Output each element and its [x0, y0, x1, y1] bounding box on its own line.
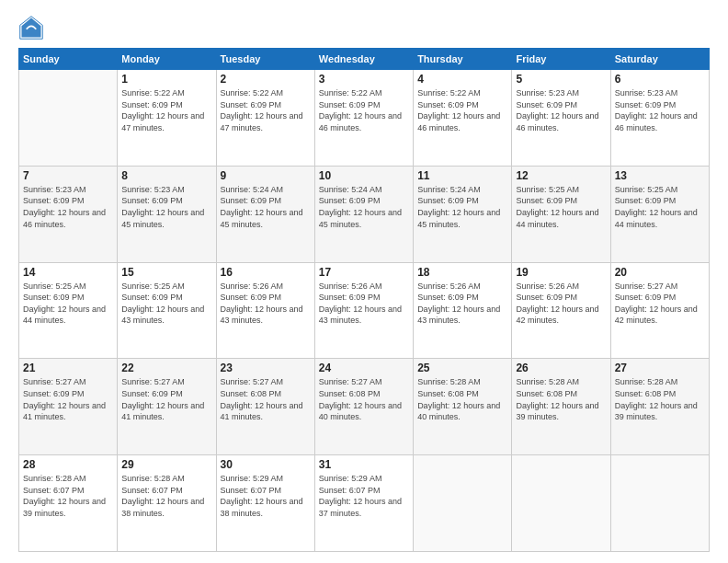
- calendar-day-cell: 10Sunrise: 5:24 AMSunset: 6:09 PMDayligh…: [314, 166, 413, 262]
- weekday-header-friday: Friday: [512, 49, 610, 70]
- day-info: Sunrise: 5:22 AMSunset: 6:09 PMDaylight:…: [417, 87, 507, 133]
- day-info: Sunrise: 5:29 AMSunset: 6:07 PMDaylight:…: [221, 473, 311, 519]
- day-number: 9: [221, 169, 311, 182]
- calendar-day-cell: 6Sunrise: 5:23 AMSunset: 6:09 PMDaylight…: [610, 70, 709, 167]
- logo: [18, 15, 48, 40]
- day-info: Sunrise: 5:24 AMSunset: 6:09 PMDaylight:…: [319, 184, 409, 230]
- calendar-day-cell: 22Sunrise: 5:27 AMSunset: 6:09 PMDayligh…: [118, 359, 216, 455]
- calendar-day-cell: [19, 70, 118, 167]
- calendar-week-row: 28Sunrise: 5:28 AMSunset: 6:07 PMDayligh…: [19, 455, 710, 552]
- calendar-day-cell: 29Sunrise: 5:28 AMSunset: 6:07 PMDayligh…: [118, 455, 216, 552]
- calendar-day-cell: 3Sunrise: 5:22 AMSunset: 6:09 PMDaylight…: [314, 70, 413, 167]
- day-info: Sunrise: 5:27 AMSunset: 6:09 PMDaylight:…: [615, 281, 705, 327]
- day-info: Sunrise: 5:28 AMSunset: 6:08 PMDaylight:…: [516, 376, 606, 422]
- day-number: 30: [221, 458, 311, 471]
- calendar-day-cell: 20Sunrise: 5:27 AMSunset: 6:09 PMDayligh…: [610, 262, 709, 359]
- day-number: 24: [319, 362, 409, 374]
- calendar-day-cell: 16Sunrise: 5:26 AMSunset: 6:09 PMDayligh…: [216, 262, 314, 359]
- day-info: Sunrise: 5:26 AMSunset: 6:09 PMDaylight:…: [319, 281, 409, 327]
- day-number: 15: [121, 266, 211, 279]
- calendar-day-cell: 11Sunrise: 5:24 AMSunset: 6:09 PMDayligh…: [414, 166, 512, 262]
- weekday-header-tuesday: Tuesday: [216, 49, 314, 70]
- day-info: Sunrise: 5:29 AMSunset: 6:07 PMDaylight:…: [319, 473, 409, 519]
- svg-marker-0: [22, 18, 41, 38]
- day-number: 10: [319, 169, 409, 182]
- day-number: 6: [615, 73, 705, 86]
- day-number: 19: [516, 266, 606, 279]
- calendar-day-cell: 23Sunrise: 5:27 AMSunset: 6:08 PMDayligh…: [216, 359, 314, 455]
- day-info: Sunrise: 5:25 AMSunset: 6:09 PMDaylight:…: [615, 184, 705, 230]
- calendar-day-cell: 7Sunrise: 5:23 AMSunset: 6:09 PMDaylight…: [19, 166, 118, 262]
- day-number: 1: [121, 73, 211, 86]
- calendar-day-cell: 2Sunrise: 5:22 AMSunset: 6:09 PMDaylight…: [216, 70, 314, 167]
- calendar-day-cell: 12Sunrise: 5:25 AMSunset: 6:09 PMDayligh…: [512, 166, 610, 262]
- calendar-day-cell: 25Sunrise: 5:28 AMSunset: 6:08 PMDayligh…: [414, 359, 512, 455]
- day-info: Sunrise: 5:27 AMSunset: 6:09 PMDaylight:…: [121, 376, 211, 422]
- calendar-day-cell: 14Sunrise: 5:25 AMSunset: 6:09 PMDayligh…: [19, 262, 118, 359]
- day-number: 27: [615, 362, 705, 374]
- calendar-day-cell: [512, 455, 610, 552]
- page: SundayMondayTuesdayWednesdayThursdayFrid…: [0, 0, 728, 563]
- day-info: Sunrise: 5:25 AMSunset: 6:09 PMDaylight:…: [516, 184, 606, 230]
- day-number: 22: [121, 362, 211, 374]
- weekday-header-thursday: Thursday: [414, 49, 512, 70]
- day-number: 23: [221, 362, 311, 374]
- weekday-header-sunday: Sunday: [19, 49, 118, 70]
- calendar-day-cell: 19Sunrise: 5:26 AMSunset: 6:09 PMDayligh…: [512, 262, 610, 359]
- day-info: Sunrise: 5:27 AMSunset: 6:08 PMDaylight:…: [319, 376, 409, 422]
- day-number: 29: [121, 458, 211, 471]
- calendar-day-cell: [610, 455, 709, 552]
- day-info: Sunrise: 5:27 AMSunset: 6:09 PMDaylight:…: [23, 376, 113, 422]
- calendar-day-cell: 30Sunrise: 5:29 AMSunset: 6:07 PMDayligh…: [216, 455, 314, 552]
- day-info: Sunrise: 5:22 AMSunset: 6:09 PMDaylight:…: [319, 87, 409, 133]
- day-number: 4: [417, 73, 507, 86]
- day-info: Sunrise: 5:25 AMSunset: 6:09 PMDaylight:…: [23, 281, 113, 327]
- day-info: Sunrise: 5:28 AMSunset: 6:07 PMDaylight:…: [23, 473, 113, 519]
- calendar-day-cell: 27Sunrise: 5:28 AMSunset: 6:08 PMDayligh…: [610, 359, 709, 455]
- calendar-day-cell: 31Sunrise: 5:29 AMSunset: 6:07 PMDayligh…: [314, 455, 413, 552]
- day-number: 8: [121, 169, 211, 182]
- day-info: Sunrise: 5:27 AMSunset: 6:08 PMDaylight:…: [221, 376, 311, 422]
- day-number: 13: [615, 169, 705, 182]
- day-info: Sunrise: 5:23 AMSunset: 6:09 PMDaylight:…: [516, 87, 606, 133]
- weekday-header-monday: Monday: [118, 49, 216, 70]
- day-info: Sunrise: 5:26 AMSunset: 6:09 PMDaylight:…: [417, 281, 507, 327]
- header: [18, 15, 710, 40]
- calendar-day-cell: 28Sunrise: 5:28 AMSunset: 6:07 PMDayligh…: [19, 455, 118, 552]
- calendar-day-cell: 15Sunrise: 5:25 AMSunset: 6:09 PMDayligh…: [118, 262, 216, 359]
- day-info: Sunrise: 5:28 AMSunset: 6:08 PMDaylight:…: [615, 376, 705, 422]
- calendar-day-cell: 8Sunrise: 5:23 AMSunset: 6:09 PMDaylight…: [118, 166, 216, 262]
- logo-icon: [18, 15, 44, 40]
- day-number: 16: [221, 266, 311, 279]
- calendar-week-row: 14Sunrise: 5:25 AMSunset: 6:09 PMDayligh…: [19, 262, 710, 359]
- day-info: Sunrise: 5:26 AMSunset: 6:09 PMDaylight:…: [516, 281, 606, 327]
- day-info: Sunrise: 5:22 AMSunset: 6:09 PMDaylight:…: [121, 87, 211, 133]
- day-info: Sunrise: 5:23 AMSunset: 6:09 PMDaylight:…: [615, 87, 705, 133]
- calendar-day-cell: 24Sunrise: 5:27 AMSunset: 6:08 PMDayligh…: [314, 359, 413, 455]
- day-number: 25: [417, 362, 507, 374]
- day-info: Sunrise: 5:24 AMSunset: 6:09 PMDaylight:…: [417, 184, 507, 230]
- day-number: 3: [319, 73, 409, 86]
- day-number: 12: [516, 169, 606, 182]
- day-info: Sunrise: 5:28 AMSunset: 6:07 PMDaylight:…: [121, 473, 211, 519]
- day-number: 2: [221, 73, 311, 86]
- weekday-header-row: SundayMondayTuesdayWednesdayThursdayFrid…: [19, 49, 710, 70]
- weekday-header-wednesday: Wednesday: [314, 49, 413, 70]
- calendar-day-cell: 4Sunrise: 5:22 AMSunset: 6:09 PMDaylight…: [414, 70, 512, 167]
- calendar-day-cell: 26Sunrise: 5:28 AMSunset: 6:08 PMDayligh…: [512, 359, 610, 455]
- day-number: 7: [23, 169, 113, 182]
- calendar-day-cell: 13Sunrise: 5:25 AMSunset: 6:09 PMDayligh…: [610, 166, 709, 262]
- day-number: 26: [516, 362, 606, 374]
- calendar-week-row: 1Sunrise: 5:22 AMSunset: 6:09 PMDaylight…: [19, 70, 710, 167]
- calendar-day-cell: 17Sunrise: 5:26 AMSunset: 6:09 PMDayligh…: [314, 262, 413, 359]
- day-number: 20: [615, 266, 705, 279]
- day-info: Sunrise: 5:26 AMSunset: 6:09 PMDaylight:…: [221, 281, 311, 327]
- day-info: Sunrise: 5:23 AMSunset: 6:09 PMDaylight:…: [23, 184, 113, 230]
- day-info: Sunrise: 5:25 AMSunset: 6:09 PMDaylight:…: [121, 281, 211, 327]
- day-number: 18: [417, 266, 507, 279]
- day-number: 11: [417, 169, 507, 182]
- day-number: 31: [319, 458, 409, 471]
- calendar-day-cell: [414, 455, 512, 552]
- calendar-day-cell: 18Sunrise: 5:26 AMSunset: 6:09 PMDayligh…: [414, 262, 512, 359]
- day-info: Sunrise: 5:23 AMSunset: 6:09 PMDaylight:…: [121, 184, 211, 230]
